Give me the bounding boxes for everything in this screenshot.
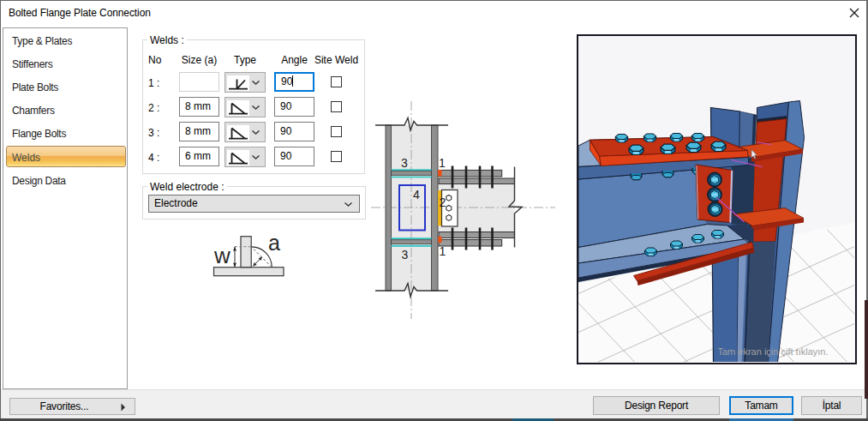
svg-text:4: 4 <box>413 188 420 201</box>
svg-text:3: 3 <box>401 156 408 170</box>
svg-text:1: 1 <box>440 244 446 258</box>
svg-text:w: w <box>213 243 230 268</box>
svg-text:Tam ekran için çift tıklayın.: Tam ekran için çift tıklayın. <box>718 346 829 357</box>
svg-text:a: a <box>268 231 280 255</box>
svg-text:1: 1 <box>439 156 446 170</box>
svg-text:3: 3 <box>402 248 409 262</box>
svg-text:2: 2 <box>440 195 446 209</box>
